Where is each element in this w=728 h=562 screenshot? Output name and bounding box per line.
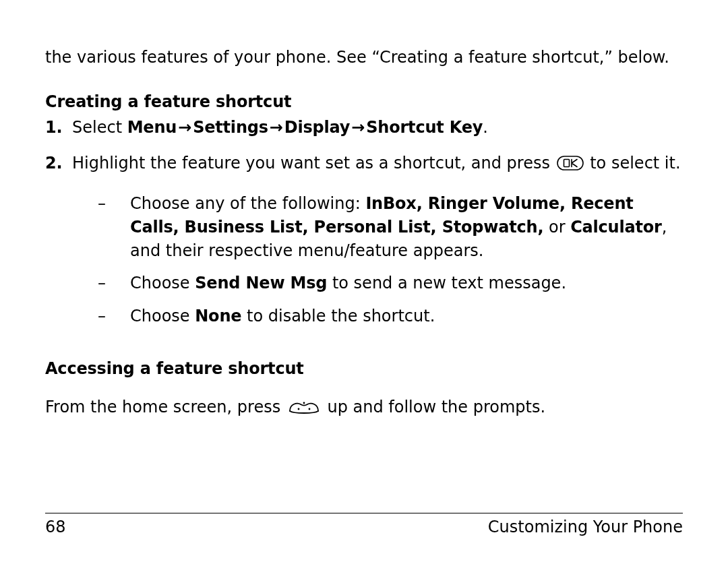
bullet-1-body: Choose any of the following: InBox, Ring… <box>130 192 683 262</box>
step-2-bullets: – Choose any of the following: InBox, Ri… <box>72 192 683 328</box>
step-2-post: to select it. <box>585 154 681 173</box>
bullet-3-post: to disable the shortcut. <box>241 307 435 325</box>
step-2-body: Highlight the feature you want set as a … <box>72 152 683 338</box>
bullet-dash: – <box>98 305 130 328</box>
step-2: 2. Highlight the feature you want set as… <box>45 152 683 338</box>
intro-paragraph: the various features of your phone. See … <box>45 46 683 69</box>
menu-path-3: Shortcut Key <box>366 118 483 137</box>
menu-path-1: Settings <box>193 118 268 137</box>
page-footer: 68 Customizing Your Phone <box>45 513 683 536</box>
access-pre: From the home screen, press <box>45 398 286 416</box>
step-2-pre: Highlight the feature you want set as a … <box>72 154 555 173</box>
menu-path-2: Display <box>284 118 351 137</box>
bullet-3-pre: Choose <box>130 307 195 325</box>
access-post: up and follow the prompts. <box>322 398 545 416</box>
svg-rect-1 <box>564 160 569 167</box>
svg-point-3 <box>297 408 299 410</box>
ok-key-icon <box>557 154 584 177</box>
bullet-3-bold: None <box>195 307 241 325</box>
bullet-1-bold2: Calculator <box>570 218 662 237</box>
heading-accessing-shortcut: Accessing a feature shortcut <box>45 358 683 381</box>
svg-rect-0 <box>557 156 583 170</box>
jog-key-icon <box>287 398 321 422</box>
bullet-dash: – <box>98 272 130 295</box>
heading-creating-shortcut: Creating a feature shortcut <box>45 91 683 114</box>
step-1: 1. Select Menu→Settings→Display→Shortcut… <box>45 116 683 139</box>
manual-page: the various features of your phone. See … <box>0 0 728 562</box>
page-number: 68 <box>45 518 66 536</box>
access-paragraph: From the home screen, press up and follo… <box>45 396 683 422</box>
step-1-tail: . <box>483 118 488 137</box>
bullet-2-post: to send a new text message. <box>327 274 566 292</box>
bullet-3-body: Choose None to disable the shortcut. <box>130 305 683 328</box>
arrow-icon: → <box>350 116 366 139</box>
step-2-number: 2. <box>45 152 72 338</box>
step-1-lead: Select <box>72 118 127 137</box>
bullet-1-pre: Choose any of the following: <box>130 194 365 213</box>
bullet-2-bold: Send New Msg <box>195 274 327 292</box>
bullet-1-mid: or <box>543 218 570 237</box>
arrow-icon: → <box>177 116 193 139</box>
bullet-dash: – <box>98 192 130 262</box>
bullet-3: – Choose None to disable the shortcut. <box>98 305 683 328</box>
svg-point-2 <box>303 402 305 404</box>
step-1-number: 1. <box>45 116 72 139</box>
bullet-2-body: Choose Send New Msg to send a new text m… <box>130 272 683 295</box>
bullet-1: – Choose any of the following: InBox, Ri… <box>98 192 683 262</box>
menu-path-0: Menu <box>127 118 177 137</box>
step-1-body: Select Menu→Settings→Display→Shortcut Ke… <box>72 116 683 139</box>
bullet-2-pre: Choose <box>130 274 195 292</box>
section-title: Customizing Your Phone <box>488 518 683 536</box>
footer-rule <box>45 513 683 513</box>
svg-point-4 <box>308 408 310 410</box>
bullet-2: – Choose Send New Msg to send a new text… <box>98 272 683 295</box>
arrow-icon: → <box>268 116 284 139</box>
